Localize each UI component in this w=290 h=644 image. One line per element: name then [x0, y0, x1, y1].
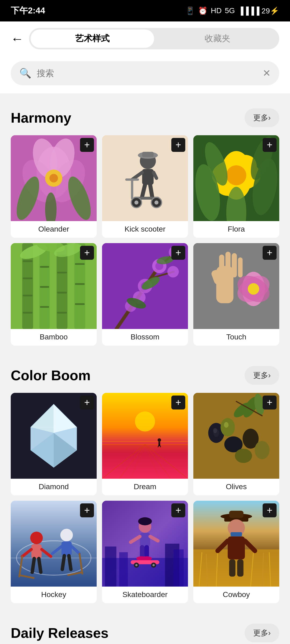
svg-rect-40: [23, 277, 32, 279]
svg-rect-182: [229, 559, 235, 577]
svg-point-26: [154, 200, 158, 204]
card-image-bamboo: +: [11, 243, 97, 329]
card-image-touch: +: [193, 243, 279, 329]
battery-icon: ▐▐▐▐ 29⚡: [238, 6, 279, 15]
svg-point-85: [248, 283, 259, 295]
color-boom-header: Color Boom 更多›: [11, 366, 279, 385]
harmony-more-button[interactable]: 更多›: [245, 108, 279, 127]
svg-rect-79: [232, 253, 237, 277]
status-time: 下午2:44: [11, 5, 45, 17]
card-image-oleander: +: [11, 135, 97, 221]
back-button[interactable]: ←: [11, 31, 24, 46]
card-diamond[interactable]: + Diamond: [11, 393, 97, 495]
signal-5g-icon: 5G: [225, 6, 235, 15]
card-cowboy[interactable]: + Cowboy: [193, 501, 279, 603]
hockey-label: Hockey: [11, 587, 97, 603]
card-dream[interactable]: + Dream: [102, 393, 188, 495]
svg-point-67: [167, 266, 179, 277]
oleander-add-button[interactable]: +: [80, 138, 94, 152]
card-kick-scooter[interactable]: + Kick scooter: [102, 135, 188, 238]
svg-point-123: [255, 441, 269, 459]
svg-rect-131: [31, 544, 42, 558]
svg-point-160: [142, 556, 152, 561]
svg-point-110: [135, 411, 155, 431]
svg-line-18: [142, 185, 145, 197]
svg-line-140: [62, 556, 64, 569]
card-olives[interactable]: + Olives: [193, 393, 279, 495]
svg-rect-154: [140, 533, 150, 546]
bamboo-add-button[interactable]: +: [80, 246, 94, 260]
search-bar: 🔍 ✕: [11, 61, 279, 85]
svg-rect-105: [102, 444, 188, 479]
hockey-add-button[interactable]: +: [80, 503, 94, 517]
card-image-olives: +: [193, 393, 279, 479]
card-image-flora: +: [193, 135, 279, 221]
card-blossom[interactable]: + Blossom: [102, 243, 188, 346]
svg-rect-51: [57, 312, 67, 313]
color-boom-grid: + Diamond: [11, 393, 279, 603]
svg-rect-14: [142, 152, 154, 157]
hd-icon: HD: [211, 6, 222, 15]
svg-line-135: [39, 558, 41, 572]
tab-art-style[interactable]: 艺术样式: [31, 30, 154, 48]
dream-label: Dream: [102, 479, 188, 495]
blossom-add-button[interactable]: +: [171, 246, 185, 260]
top-nav: ← 艺术样式 收藏夹: [0, 21, 290, 56]
card-bamboo[interactable]: + Bamboo: [11, 243, 97, 346]
svg-line-134: [32, 558, 34, 572]
svg-point-7: [49, 174, 58, 182]
svg-rect-178: [231, 532, 242, 536]
search-icon: 🔍: [19, 68, 31, 79]
harmony-grid: + Oleander: [11, 135, 279, 346]
card-image-diamond: +: [11, 393, 97, 479]
tab-favorites[interactable]: 收藏夹: [156, 28, 279, 49]
search-input[interactable]: [37, 68, 257, 78]
alarm-icon: ⏰: [198, 6, 208, 15]
card-image-cowboy: +: [193, 501, 279, 587]
status-icons: 📱 ⏰ HD 5G ▐▐▐▐ 29⚡: [186, 6, 279, 15]
color-boom-more-button[interactable]: 更多›: [245, 366, 279, 385]
svg-rect-41: [23, 295, 32, 296]
svg-rect-39: [23, 260, 32, 262]
harmony-header: Harmony 更多›: [11, 108, 279, 127]
svg-rect-155: [140, 545, 144, 558]
skateboarder-label: Skateboarder: [102, 587, 188, 603]
touch-label: Touch: [193, 329, 279, 346]
color-boom-title: Color Boom: [11, 367, 91, 383]
search-bar-wrapper: 🔍 ✕: [0, 56, 290, 93]
kick-scooter-add-button[interactable]: +: [171, 138, 185, 152]
svg-rect-15: [142, 169, 154, 185]
daily-releases-header: Daily Releases 更多›: [11, 624, 279, 642]
svg-point-106: [158, 438, 161, 442]
daily-releases-more-button[interactable]: 更多›: [245, 624, 279, 642]
svg-rect-156: [144, 545, 149, 558]
dream-add-button[interactable]: +: [171, 396, 185, 409]
svg-rect-137: [61, 541, 72, 555]
card-flora[interactable]: + Flora: [193, 135, 279, 238]
card-skateboarder[interactable]: + Skateboarder: [102, 501, 188, 603]
cowboy-add-button[interactable]: +: [263, 503, 277, 517]
svg-point-124: [224, 422, 229, 428]
card-image-blossom: +: [102, 243, 188, 329]
card-hockey[interactable]: + Hockey: [11, 501, 97, 603]
clear-icon[interactable]: ✕: [263, 68, 271, 79]
kick-scooter-label: Kick scooter: [102, 221, 188, 238]
flora-add-button[interactable]: +: [263, 138, 277, 152]
svg-rect-80: [238, 257, 242, 277]
card-image-dream: +: [102, 393, 188, 479]
diamond-add-button[interactable]: +: [80, 396, 94, 409]
svg-line-141: [69, 556, 71, 569]
svg-point-129: [30, 532, 43, 544]
svg-point-165: [153, 564, 155, 566]
touch-add-button[interactable]: +: [263, 246, 277, 260]
svg-rect-176: [229, 511, 243, 518]
card-touch[interactable]: + Touch: [193, 243, 279, 346]
svg-point-164: [135, 564, 138, 566]
svg-line-19: [150, 185, 152, 197]
skateboarder-add-button[interactable]: +: [171, 503, 185, 517]
olives-add-button[interactable]: +: [263, 396, 277, 409]
svg-rect-50: [57, 292, 67, 293]
card-oleander[interactable]: + Oleander: [11, 135, 97, 238]
card-image-skateboarder: +: [102, 501, 188, 587]
phone-icon: 📱: [186, 6, 195, 15]
